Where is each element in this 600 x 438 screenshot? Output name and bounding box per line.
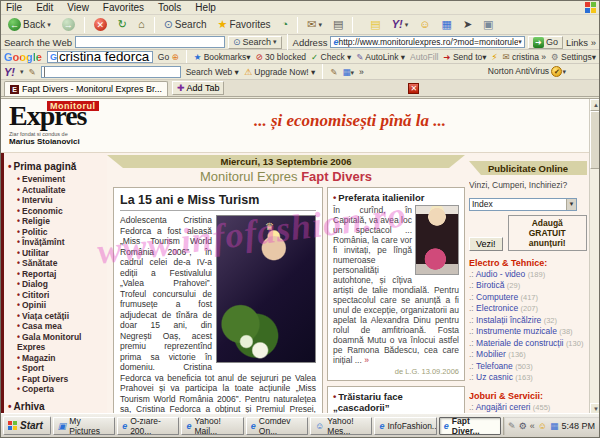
nav-home[interactable]: •Prima pagină (8, 161, 105, 172)
news-box-2-title[interactable]: •Trăistariu face „cascadorii” (333, 391, 459, 413)
yahoo-searchweb-button[interactable]: Search Web ▾ (186, 67, 239, 77)
autolink-button[interactable]: ✎ AutoLink ▾ (356, 52, 405, 62)
taskbar-task[interactable]: eComdev On... (246, 417, 308, 435)
yahoo-search-input[interactable]: ⊙▾ (41, 66, 181, 78)
mail-button[interactable]: ✉▾ (303, 17, 326, 32)
tray-messenger-icon[interactable]: ☺ (538, 421, 547, 431)
menu-favorites[interactable]: Favorites (101, 2, 146, 13)
google-query-input[interactable] (57, 51, 153, 63)
links-menu[interactable]: Links » (566, 37, 596, 48)
nav-item[interactable]: •Magazin (17, 353, 105, 364)
nav-item[interactable]: •Economic (17, 206, 105, 217)
ad-banner[interactable]: ... și economisești pînă la ... (171, 111, 529, 131)
nav-item[interactable]: •Dialog (17, 279, 105, 290)
article-title[interactable]: La 15 ani e Miss Turism (120, 193, 316, 211)
yahoo-search-text-input[interactable] (44, 66, 181, 78)
bookmarks-button[interactable]: ★ Bookmarks▾ (194, 52, 251, 62)
nav-item[interactable]: •Reportaj (17, 269, 105, 280)
ads-category-link[interactable]: .: Instalații încălzire (32) (469, 315, 587, 327)
favorites-button[interactable]: ★Favorites (214, 17, 275, 32)
popup-blocked-button[interactable]: ⊘ 30 blocked (255, 52, 306, 62)
nav-item[interactable]: •Interviu (17, 195, 105, 206)
google-go-button[interactable]: Go ⊕ (158, 52, 179, 62)
ads-category-link[interactable]: .: Instrumente muzicale (38) (469, 326, 587, 338)
ads-category-link[interactable]: .: Electronice (207) (469, 303, 587, 315)
screen-button[interactable]: ▦ (437, 17, 455, 32)
nav-item[interactable]: •Coperta (17, 384, 105, 395)
nav-item[interactable]: •Sănătate (17, 258, 105, 269)
lightning-icon[interactable]: ⚡ (492, 52, 498, 62)
smiley-button[interactable]: ☺ (415, 17, 434, 32)
search-button[interactable]: ⊙Search (160, 17, 211, 32)
forward-button[interactable]: → (58, 16, 79, 33)
free-ads-promo[interactable]: Adaugă GRATUIT anunțuri! (508, 215, 587, 251)
scroll-thumb[interactable] (590, 111, 600, 169)
ads-category-link[interactable]: .: Telefoane (503) (469, 361, 587, 373)
vezi-button[interactable]: Vezi! (469, 237, 503, 251)
tray-collapse-icon[interactable]: « (530, 421, 535, 431)
ads-category-link[interactable]: .: Uz casnic (163) (469, 372, 587, 384)
site-logo[interactable]: Monitorul Expres Ziar fondat si condus d… (9, 101, 139, 146)
yahoo-overflow-button[interactable]: » (359, 67, 364, 77)
print-button[interactable]: ▤ (329, 17, 347, 32)
start-button[interactable]: Start (3, 416, 51, 435)
taskbar-task[interactable]: eYahoo! Mail... (181, 417, 243, 435)
nav-item[interactable]: •Casa mea (17, 321, 105, 332)
ads-category-link[interactable]: .: Audio - video (189) (469, 269, 587, 281)
settings-button[interactable]: ⚙ Settings▾ (551, 52, 596, 62)
menu-edit[interactable]: Edit (34, 2, 55, 13)
upgrade-button[interactable]: ⚠ Upgrade Now! ▾ (244, 67, 315, 77)
taskbar-task-active[interactable]: eFapt Diver... (439, 417, 501, 435)
stop-button[interactable]: ✕ (90, 16, 111, 33)
ads-category-link[interactable]: .: Computere (417) (469, 292, 587, 304)
nav-item[interactable]: •Eveniment (17, 174, 105, 185)
news-box-1-title[interactable]: •Preferata italienilor (333, 192, 459, 203)
menu-help[interactable]: Help (193, 2, 218, 13)
nav-item[interactable]: •Viața cetății (17, 311, 105, 322)
yahoo-edit-icon[interactable]: ✎ (330, 67, 337, 77)
notes-button[interactable]: ▤ (366, 17, 384, 32)
yahoo-pencil-icon[interactable]: ✎ (29, 67, 36, 77)
nav-item[interactable]: •Opinii (17, 300, 105, 311)
back-button[interactable]: ←Back▾ (4, 16, 55, 33)
ads-category-link[interactable]: .: Mobilier (136) (469, 349, 587, 361)
tray-shield-icon[interactable]: ⚙ (519, 421, 527, 431)
history-button[interactable]: ◔ (278, 17, 293, 32)
menu-tools[interactable]: Tools (156, 2, 183, 13)
user-mail-button[interactable]: ✉ cristina » (502, 52, 546, 62)
tray-pencil-icon[interactable]: ✎ (508, 421, 516, 431)
menu-view[interactable]: View (65, 2, 91, 13)
close-toolbar-button[interactable]: ✕ (408, 83, 419, 94)
nav-item[interactable]: •Învățămînt (17, 237, 105, 248)
searchweb-button[interactable]: ⊙Search▾ (228, 36, 282, 49)
address-text-input[interactable] (338, 37, 518, 47)
searchweb-input[interactable] (75, 36, 225, 48)
doc-button[interactable]: ▣ (479, 17, 497, 32)
pointer-button[interactable]: ➤ (459, 17, 476, 32)
nav-item[interactable]: •Sport (17, 363, 105, 374)
nav-item[interactable]: •Actualitate (17, 185, 105, 196)
nav-item[interactable]: •Gala Monitorul Expres (17, 332, 105, 353)
google-search-input[interactable]: G▾ (47, 51, 153, 63)
address-input[interactable]: e▾ (330, 36, 524, 48)
address-dropdown-icon[interactable]: ▾ (518, 38, 522, 46)
home-button[interactable]: ⌂ (134, 17, 149, 32)
nav-arhiva[interactable]: •Arhiva (8, 401, 105, 412)
vertical-scrollbar[interactable]: ▲ ▼ (589, 99, 600, 414)
taskbar-task[interactable]: ☺Yahoo! Mes... (310, 417, 372, 435)
nav-item[interactable]: •Religie (17, 216, 105, 227)
scroll-up-button[interactable]: ▲ (590, 99, 600, 111)
tab-fapt-divers[interactable]: EFapt Divers - Monitorul Expres Br... (4, 81, 168, 96)
nav-item[interactable]: •Fapt Divers (17, 374, 105, 385)
sendto-button[interactable]: ➜ Send to▾ (443, 52, 486, 62)
norton-toolbar[interactable]: Norton AntiVirus ✔▾ (488, 66, 566, 78)
go-button[interactable]: ➜Go (528, 36, 563, 49)
check-button[interactable]: ✓ Check ▾ (311, 52, 351, 62)
taskbar-task[interactable]: eO-ziare-200... (117, 417, 179, 435)
refresh-button[interactable]: ↻ (114, 17, 131, 32)
taskbar-task[interactable]: ▣My Pictures (53, 417, 115, 435)
yahoo-apps-button[interactable]: ▦▾ (342, 67, 354, 77)
ads-category-link[interactable]: .: Angajări cereri (455) (469, 402, 587, 414)
nav-item[interactable]: •Politic (17, 227, 105, 238)
news-box-1-more-link[interactable]: » (364, 355, 369, 365)
